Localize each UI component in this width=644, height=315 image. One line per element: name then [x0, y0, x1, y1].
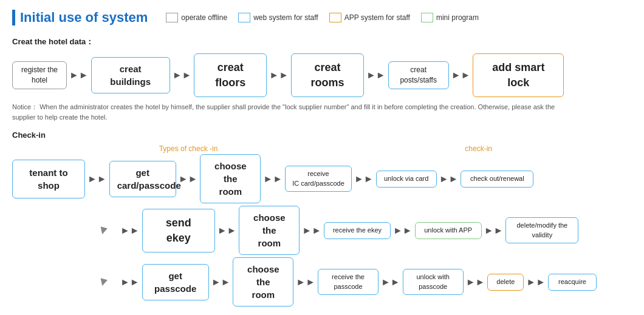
arrow-r2-3: ►► [393, 225, 413, 236]
box-floors: creat floors [194, 53, 267, 97]
arrow-r1-1: ►► [179, 174, 198, 185]
legend-mini-label: mini program [436, 13, 479, 22]
box-posts: creatposts/staffs [388, 61, 449, 89]
box-receive-passcode: receive thepasscode [318, 269, 379, 295]
legend-offline: operate offline [166, 13, 227, 22]
arrow-r1-3: ►► [354, 174, 374, 185]
box-rooms: creat rooms [291, 53, 364, 97]
checkin-section: Check-in Types of check -in check-in ten… [12, 130, 632, 307]
legend: operate offline web system for staff APP… [166, 13, 479, 22]
arrow-r3-3: ►► [381, 277, 400, 288]
arrow-r3-4: ►► [466, 277, 485, 288]
checkin-right-label: check-in [465, 144, 492, 153]
legend-app-label: APP system for staff [344, 13, 410, 22]
arrow-5: ►► [451, 70, 471, 81]
box-tenant: tenant to shop [12, 160, 85, 198]
arrow-r1-0: ►► [87, 174, 107, 185]
hotel-flow: register thehotel ►► creat buildings ►► … [12, 53, 632, 97]
page-header: Initial use of system operate offline we… [12, 10, 632, 25]
arrow-1: ►► [69, 70, 89, 81]
box-delete: delete [487, 274, 524, 290]
branch-arrow-1: ▼ [90, 221, 117, 241]
hotel-section-title: Creat the hotel data： [12, 36, 632, 47]
checkin-title: Check-in [12, 130, 632, 140]
arrow-3: ►► [269, 70, 289, 81]
legend-offline-box [166, 13, 178, 22]
legend-web-box [238, 13, 250, 22]
box-delete-modify: delete/modify thevalidity [505, 217, 578, 243]
box-send-ekey: send ekey [142, 209, 215, 252]
arrow-r2-1: ►► [218, 225, 237, 236]
legend-offline-label: operate offline [181, 13, 227, 22]
legend-mini-box [421, 13, 433, 22]
legend-web-label: web system for staff [253, 13, 318, 22]
box-register: register thehotel [12, 61, 67, 89]
legend-mini: mini program [421, 13, 479, 22]
arrow-r2-0: ►► [120, 225, 140, 236]
box-choose3: choose theroom [233, 257, 293, 307]
arrow-r2-2: ►► [302, 225, 321, 236]
branch-arrow-2: ▼ [90, 273, 117, 293]
legend-app: APP system for staff [329, 13, 410, 22]
box-choose1: choose theroom [200, 154, 261, 203]
box-reacquire: reacquire [548, 274, 597, 290]
arrow-r3-0: ►► [120, 277, 140, 288]
arrow-r1-2: ►► [263, 174, 283, 185]
legend-web: web system for staff [238, 13, 318, 22]
box-receive-ekey: receive the ekey [324, 222, 391, 239]
arrow-2: ►► [173, 70, 192, 81]
arrow-r3-2: ►► [296, 277, 315, 288]
box-buildings: creat buildings [91, 57, 170, 93]
arrow-r2-4: ►► [484, 225, 504, 236]
box-get-passcode: get passcode [142, 264, 209, 300]
box-unlock-app: unlock with APP [415, 222, 482, 239]
box-checkout: check out/renewal [461, 171, 533, 187]
box-choose2: choose theroom [239, 206, 300, 255]
arrow-r3-1: ►► [211, 277, 231, 288]
box-unlock-passcode: unlock withpasscode [403, 269, 464, 295]
legend-app-box [329, 13, 341, 22]
box-unlock-card: unlock via card [376, 171, 437, 187]
notice-text: Notice： When the administrator creates t… [12, 102, 559, 122]
box-get-card: getcard/passcode [109, 161, 176, 197]
arrow-4: ►► [366, 70, 386, 81]
box-smartlock: add smart lock [473, 53, 564, 97]
types-label: Types of check -in [115, 144, 261, 153]
arrow-r3-5: ►► [526, 277, 546, 288]
page-title: Initial use of system [12, 10, 148, 25]
arrow-r1-4: ►► [439, 174, 459, 185]
box-receive-ic: receiveIC card/passcode [285, 166, 352, 192]
